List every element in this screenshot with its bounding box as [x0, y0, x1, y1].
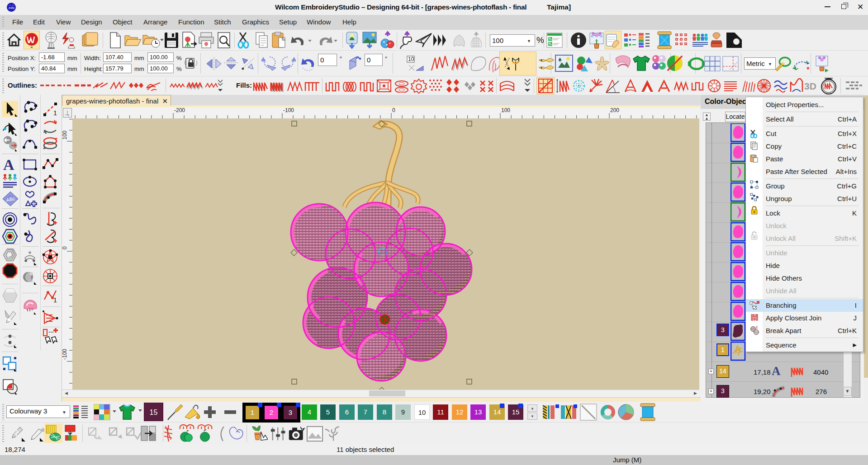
svg-text:0: 0 [62, 246, 68, 249]
svg-text:-100: -100 [62, 349, 68, 360]
svg-text:0: 0 [392, 107, 395, 113]
svg-text:100: 100 [62, 131, 68, 140]
svg-text:1: 1 [53, 296, 57, 304]
svg-text:100: 100 [501, 107, 510, 113]
svg-text:200: 200 [610, 107, 619, 113]
svg-text:e4s: e4s [9, 6, 14, 10]
svg-text:-200: -200 [174, 107, 185, 113]
svg-text:A: A [3, 157, 14, 173]
svg-text:10: 10 [408, 56, 414, 62]
svg-text:-100: -100 [283, 107, 294, 113]
svg-text:1: 1 [53, 109, 57, 117]
